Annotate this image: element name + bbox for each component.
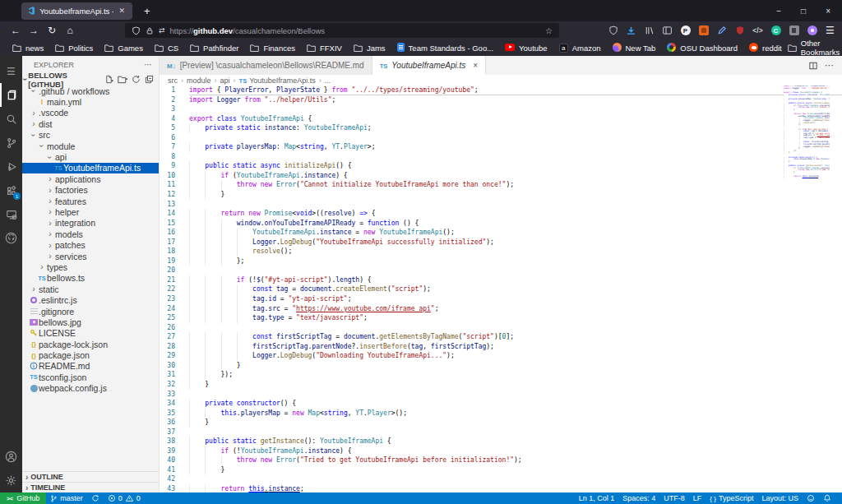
code-line-13[interactable]: 13 bbox=[160, 200, 842, 210]
breadcrumb-item[interactable]: api bbox=[220, 76, 230, 85]
code-line-41[interactable]: 41 } bbox=[160, 465, 842, 475]
feedback-icon[interactable] bbox=[803, 494, 819, 502]
remote-indicator[interactable]: >< GitHub bbox=[0, 492, 46, 504]
outline-section[interactable]: ›OUTLINE bbox=[22, 471, 159, 482]
code-line-5[interactable]: 5 private static instance: YoutubeIframe… bbox=[160, 123, 842, 133]
code-line-4[interactable]: 4export class YoutubeIframeApi { bbox=[160, 114, 842, 124]
tree-item-api[interactable]: ›api bbox=[22, 151, 159, 162]
language-status[interactable]: { }TypeScript bbox=[706, 494, 757, 502]
new-folder-icon[interactable] bbox=[118, 75, 127, 84]
tree-item-types[interactable]: ›types bbox=[22, 261, 159, 272]
tree-item--gitignore[interactable]: .gitignore bbox=[22, 306, 159, 317]
collapse-folders-icon[interactable] bbox=[145, 75, 154, 84]
extensions-icon[interactable]: 1 bbox=[0, 178, 22, 202]
code-line-31[interactable]: 31 }); bbox=[160, 370, 842, 380]
code-line-36[interactable]: 36 } bbox=[160, 418, 842, 428]
bookmark-item[interactable]: New Tab bbox=[607, 43, 662, 53]
tree-item-bellows-jpg[interactable]: bellows.jpg bbox=[22, 317, 159, 327]
code-line-29[interactable]: 29 Logger.LogDebug("Downloading YoutubeI… bbox=[160, 351, 842, 361]
purple-circle-icon[interactable] bbox=[807, 25, 817, 36]
tree-item--github-workflows[interactable]: ›.github / workflows bbox=[22, 86, 159, 96]
settings-gear-icon[interactable] bbox=[0, 469, 22, 492]
timeline-section[interactable]: ›TIMELINE bbox=[22, 482, 159, 492]
tree-item--vscode[interactable]: ›.vscode bbox=[22, 108, 159, 118]
tree-item-static[interactable]: ›static bbox=[22, 284, 159, 294]
code-line-33[interactable]: 33 bbox=[160, 390, 842, 400]
views-more-icon[interactable]: ⋯ bbox=[144, 60, 152, 69]
bookmark-item[interactable]: Finances bbox=[244, 44, 301, 53]
bookmark-item[interactable]: Games bbox=[99, 44, 149, 53]
run-debug-icon[interactable] bbox=[0, 155, 22, 178]
search-icon[interactable] bbox=[0, 107, 22, 131]
editor-more-icon[interactable]: ⋯ bbox=[825, 60, 834, 71]
tree-item-patches[interactable]: ›patches bbox=[22, 239, 159, 250]
code-line-43[interactable]: 43 return this.instance; bbox=[160, 484, 842, 492]
tree-item--eslintrc-js[interactable]: .eslintrc.js bbox=[22, 294, 159, 305]
tree-item-dist[interactable]: ›dist bbox=[22, 118, 159, 129]
code-line-14[interactable]: 14 return new Promise<void>((resolve) =>… bbox=[160, 209, 842, 219]
code-line-8[interactable]: 8 bbox=[160, 152, 842, 162]
tree-item-factories[interactable]: ›factories bbox=[22, 185, 159, 196]
code-line-7[interactable]: 7 private playersMap: Map<string, YT.Pla… bbox=[160, 142, 842, 152]
library-columns-icon[interactable] bbox=[644, 25, 655, 36]
tree-item-module[interactable]: ›module bbox=[22, 141, 159, 151]
tree-item-package-json[interactable]: {}package.json bbox=[22, 349, 159, 360]
source-control-icon[interactable] bbox=[0, 131, 22, 155]
tree-item-integration[interactable]: ›integration bbox=[22, 218, 159, 229]
problems-status[interactable]: 0 0 bbox=[104, 494, 145, 502]
forward-button[interactable]: → bbox=[25, 25, 43, 36]
code-line-32[interactable]: 32 } bbox=[160, 380, 842, 390]
breadcrumb-item[interactable]: TSYoutubeIframeApi.ts bbox=[239, 76, 316, 85]
download-arrow-icon[interactable] bbox=[626, 25, 636, 36]
tree-item-services[interactable]: ›services bbox=[22, 251, 159, 261]
code-line-15[interactable]: 15 window.onYouTubeIframeAPIReady = func… bbox=[160, 219, 842, 229]
account-icon[interactable] bbox=[0, 445, 22, 469]
code-line-10[interactable]: 10 if (YoutubeIframeApi.instance) { bbox=[160, 171, 842, 181]
refresh-icon[interactable] bbox=[132, 75, 141, 84]
tree-item-features[interactable]: ›features bbox=[22, 196, 159, 206]
tree-item-package-lock-json[interactable]: {}package-lock.json bbox=[22, 339, 159, 349]
github-icon[interactable] bbox=[0, 226, 22, 250]
gray-square-icon[interactable] bbox=[789, 25, 799, 36]
code-line-9[interactable]: 9 public static async initializeApi() { bbox=[160, 161, 842, 171]
green-c-circle-icon[interactable]: C bbox=[770, 25, 781, 36]
maximize-button[interactable]: □ bbox=[801, 7, 806, 16]
minimap[interactable]: import { PlayerError, PlayerState } from… bbox=[784, 86, 830, 178]
code-line-30[interactable]: 30 } bbox=[160, 361, 842, 371]
tree-item-bellows-ts[interactable]: TSbellows.ts bbox=[22, 273, 159, 284]
lock-icon[interactable] bbox=[146, 26, 154, 35]
code-line-27[interactable]: 27 const firstScriptTag = document.getEl… bbox=[160, 332, 842, 342]
code-line-22[interactable]: 22 const tag = document.createElement("s… bbox=[160, 284, 842, 294]
sidebar-panels-icon[interactable] bbox=[662, 25, 673, 36]
editor-tab[interactable]: M↓[Preview] \casualchameleon\Bellows\REA… bbox=[160, 56, 372, 75]
tree-item-helper[interactable]: ›helper bbox=[22, 206, 159, 217]
workspace-section-header[interactable]: › BELLOWS [GITHUB] bbox=[22, 73, 159, 86]
code-line-21[interactable]: 21 if (!$("#yt-api-script").length) { bbox=[160, 275, 842, 285]
bookmark-star-icon[interactable]: ☆ bbox=[545, 26, 553, 35]
explorer-icon[interactable] bbox=[0, 83, 22, 107]
code-line-11[interactable]: 11 throw new Error("Cannot initialize Yo… bbox=[160, 180, 842, 190]
bookmark-item[interactable]: news bbox=[7, 44, 49, 53]
tree-item-license[interactable]: LICENSE bbox=[22, 328, 159, 339]
sync-status[interactable] bbox=[87, 494, 104, 502]
breadcrumb-item[interactable]: src bbox=[168, 76, 178, 85]
shield-icon[interactable] bbox=[132, 26, 141, 35]
code-line-42[interactable]: 42 bbox=[160, 474, 842, 484]
bookmark-item[interactable]: aAmazon bbox=[553, 43, 607, 53]
tab-close-icon[interactable]: ✕ bbox=[118, 7, 125, 15]
tree-item-webpack-config-js[interactable]: webpack.config.js bbox=[22, 383, 159, 394]
tree-item-tsconfig-json[interactable]: TStsconfig.json bbox=[22, 372, 159, 382]
bookmark-item[interactable]: reddit bbox=[743, 43, 788, 53]
bookmark-item[interactable]: Jams bbox=[348, 44, 391, 53]
breadcrumb-item[interactable]: ... bbox=[325, 76, 331, 85]
code-line-17[interactable]: 17 Logger.LogDebug("YoutubeIframeApi suc… bbox=[160, 238, 842, 247]
code-line-24[interactable]: 24 tag.src = "https://www.youtube.com/if… bbox=[160, 304, 842, 314]
menu-icon[interactable]: ☰ bbox=[0, 59, 22, 83]
breadcrumb-item[interactable]: module bbox=[187, 76, 211, 85]
breadcrumb[interactable]: src›module›api›TSYoutubeIframeApi.ts›... bbox=[160, 75, 842, 86]
minimize-button[interactable]: − bbox=[776, 7, 781, 16]
code-line-40[interactable]: 40 throw new Error("Tried to get Youtube… bbox=[160, 455, 842, 465]
bookmark-item[interactable]: Pathfinder bbox=[184, 44, 244, 53]
tree-item-readme-md[interactable]: README.md bbox=[22, 361, 159, 372]
code-editor[interactable]: 1import { PlayerError, PlayerState } fro… bbox=[160, 86, 842, 492]
